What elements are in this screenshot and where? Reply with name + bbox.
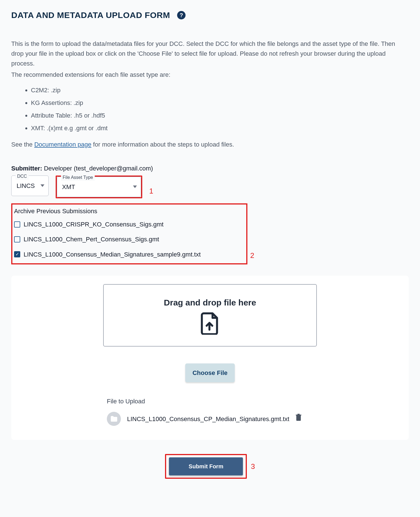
extension-item: Attribute Table: .h5 or .hdf5: [31, 111, 409, 120]
file-upload-icon: [200, 312, 220, 338]
svg-rect-1: [297, 414, 300, 415]
annotation-2: 2: [250, 250, 254, 264]
checkbox-unchecked-icon[interactable]: [14, 236, 20, 242]
uploaded-file-name: LINCS_L1000_Consensus_CP_Median_Signatur…: [127, 414, 289, 424]
archive-item[interactable]: LINCS_L1000_CRISPR_KO_Consensus_Sigs.gmt: [14, 219, 245, 229]
file-icon: [107, 412, 121, 426]
asset-select-legend: File Asset Type: [61, 174, 95, 181]
archive-item[interactable]: LINCS_L1000_Chem_Pert_Consensus_Sigs.gmt: [14, 234, 245, 244]
file-to-upload-label: File to Upload: [107, 396, 398, 406]
asset-select-value: XMT: [62, 182, 75, 192]
svg-rect-0: [296, 415, 301, 415]
archive-item-label: LINCS_L1000_Consensus_Median_Signatures_…: [24, 249, 201, 259]
drop-zone[interactable]: Drag and drop file here: [103, 284, 317, 347]
submitter-label: Submitter:: [11, 165, 42, 172]
intro-paragraph-1: This is the form to upload the data/meta…: [11, 39, 409, 69]
documentation-link[interactable]: Documentation page: [34, 141, 91, 148]
annotation-3: 3: [251, 461, 255, 473]
dcc-select-legend: DCC: [15, 173, 29, 180]
intro-paragraph-2: The recommended extensions for each file…: [11, 70, 409, 80]
delete-file-button[interactable]: [295, 414, 302, 424]
archive-item-label: LINCS_L1000_CRISPR_KO_Consensus_Sigs.gmt: [24, 219, 164, 229]
file-asset-type-select[interactable]: File Asset Type XMT: [57, 177, 141, 197]
dcc-select[interactable]: DCC LINCS: [11, 176, 49, 196]
archive-title: Archive Previous Submissions: [14, 206, 245, 216]
extensions-list: C2M2: .zip KG Assertions: .zip Attribute…: [20, 85, 409, 133]
submit-form-button[interactable]: Submit Form: [169, 457, 243, 475]
checkbox-checked-icon[interactable]: ✓: [14, 251, 20, 257]
annotation-1: 1: [149, 185, 153, 198]
archive-previous-submissions: Archive Previous Submissions LINCS_L1000…: [11, 203, 247, 264]
chevron-down-icon: [133, 186, 137, 188]
extension-item: KG Assertions: .zip: [31, 98, 409, 108]
chevron-down-icon: [40, 185, 44, 187]
help-icon[interactable]: ?: [177, 11, 186, 19]
archive-item[interactable]: ✓ LINCS_L1000_Consensus_Median_Signature…: [14, 249, 245, 259]
submitter-row: Submitter: Developer (test_developer@gma…: [11, 163, 409, 173]
uploaded-file-row: LINCS_L1000_Consensus_CP_Median_Signatur…: [107, 412, 398, 426]
documentation-line: See the Documentation page for more info…: [11, 140, 409, 149]
archive-item-label: LINCS_L1000_Chem_Pert_Consensus_Sigs.gmt: [24, 234, 159, 244]
doc-prefix: See the: [11, 141, 34, 148]
choose-file-button[interactable]: Choose File: [185, 363, 235, 382]
page-title: DATA AND METADATA UPLOAD FORM: [11, 8, 170, 22]
extension-item: XMT: .(x)mt e.g .gmt or .dmt: [31, 123, 409, 133]
checkbox-unchecked-icon[interactable]: [14, 221, 20, 228]
doc-suffix: for more information about the steps to …: [91, 141, 234, 148]
extension-item: C2M2: .zip: [31, 85, 409, 95]
drop-zone-text: Drag and drop file here: [109, 296, 311, 309]
dcc-select-value: LINCS: [17, 181, 35, 191]
upload-panel: Drag and drop file here Choose File File…: [11, 276, 409, 440]
submitter-value: Developer (test_developer@gmail.com): [44, 165, 153, 172]
